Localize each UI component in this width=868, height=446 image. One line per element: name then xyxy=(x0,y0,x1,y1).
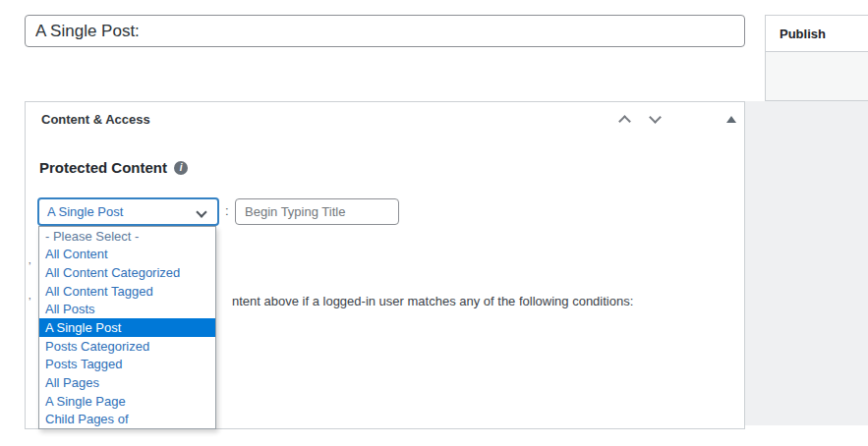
protected-content-dropdown: - Please Select -All ContentAll Content … xyxy=(38,226,216,429)
publish-metabox: Publish xyxy=(765,15,868,101)
content-access-title: Content & Access xyxy=(41,112,150,127)
post-title-input[interactable] xyxy=(25,15,745,47)
content-access-metabox-header[interactable]: Content & Access xyxy=(26,102,744,136)
collapse-triangle-icon[interactable] xyxy=(726,116,736,123)
move-down-icon[interactable] xyxy=(651,113,660,122)
dropdown-option[interactable]: A Single Page xyxy=(39,392,215,411)
publish-metabox-header[interactable]: Publish xyxy=(766,16,868,52)
dropdown-option[interactable]: Posts Categorized xyxy=(39,337,215,356)
text-artifact: ’ xyxy=(29,260,30,272)
chevron-down-icon xyxy=(198,208,205,216)
info-icon[interactable]: i xyxy=(174,161,188,175)
protected-content-select[interactable]: A Single Post xyxy=(37,197,219,226)
protected-content-select-value: A Single Post xyxy=(47,204,123,219)
dropdown-option[interactable]: Child Pages of xyxy=(39,410,215,428)
dropdown-option[interactable]: All Content Categorized xyxy=(39,263,215,282)
protected-content-heading-row: Protected Content i xyxy=(39,159,188,176)
conditions-text-fragment: ntent above if a logged-in user matches … xyxy=(232,294,633,308)
dropdown-option[interactable]: A Single Post xyxy=(39,318,215,337)
move-up-icon[interactable] xyxy=(620,117,629,126)
wp-post-editor-screen: Publish Content & Access Protected Conte… xyxy=(0,0,868,446)
dropdown-option[interactable]: All Pages xyxy=(39,373,215,392)
select-input-separator: : xyxy=(225,203,229,218)
dropdown-option[interactable]: All Content Tagged xyxy=(39,282,215,301)
dropdown-option[interactable]: All Content xyxy=(39,246,215,264)
admin-background-panel xyxy=(745,101,868,425)
dropdown-option[interactable]: All Posts xyxy=(39,301,215,319)
publish-metabox-body xyxy=(766,52,868,100)
text-artifact: ’ xyxy=(29,296,30,307)
protected-content-title-input[interactable] xyxy=(235,198,399,225)
protected-content-heading: Protected Content xyxy=(39,159,167,176)
dropdown-option[interactable]: Posts Tagged xyxy=(39,355,215,373)
dropdown-option[interactable]: - Please Select - xyxy=(39,227,215,246)
